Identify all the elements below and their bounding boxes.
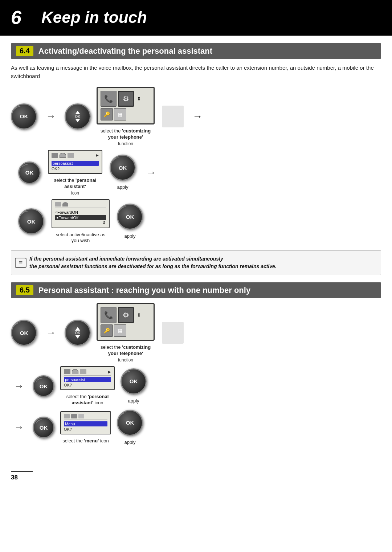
menu-icon-extra1: 🔑	[101, 108, 113, 120]
nav-button-65-1[interactable]: OK	[65, 320, 91, 346]
ok-button-3[interactable]: OK	[18, 208, 44, 234]
arrow-1: →	[46, 111, 56, 122]
persoassist-screen-65: ▶ persoassist OK?	[60, 366, 115, 390]
step-64-1-sub: function	[118, 141, 133, 146]
ok-label-apply-2: OK	[126, 214, 134, 220]
step-64-2-caption: select the 'personal assistant'	[48, 177, 102, 190]
menu-icon-65-extra2: ▦	[114, 324, 126, 337]
nav-center-label: OK	[75, 114, 81, 118]
menu-screen-1: 📞 ⚙ ⇕ 🔑 ▦	[97, 87, 155, 124]
step-64-1: OK → OK 📞 ⚙ ⇕ 🔑	[11, 87, 381, 146]
step-65-2: → OK ▶ persoassist OK? select the 'perso…	[11, 366, 381, 406]
menu-icon-a	[64, 414, 70, 418]
section-65-title: Personal assistant : reaching you with o…	[38, 286, 250, 295]
chapter-title: Keep in touch	[41, 8, 147, 26]
forward-screen: ForwardON ForwardOff ⇕	[52, 199, 110, 228]
screen-icon-person	[60, 153, 66, 158]
arrow-65-2: →	[14, 380, 24, 392]
ok-button-65-2[interactable]: OK	[33, 375, 54, 397]
screen-topbar-menu-65	[64, 414, 107, 420]
ok-label-65-apply-2: OK	[130, 378, 138, 384]
page-number: 38	[11, 471, 33, 481]
fwd-icon1	[55, 202, 61, 207]
step-65-2-caption: select the 'personal assistant' icon	[60, 394, 115, 406]
screen-65-icon-envelope	[64, 369, 70, 374]
screen-ok-label: OK?	[52, 167, 99, 171]
note-box: If the personal assistant and immediate …	[11, 250, 381, 275]
step-65-1-caption: select the 'customizing your telephone'	[98, 344, 153, 357]
fwd-icon2	[62, 202, 68, 207]
screen-topbar: ▶	[52, 153, 99, 159]
blurred-icon-65-1	[162, 322, 184, 344]
ok-label-65-2: OK	[40, 383, 48, 389]
step-64-2-apply: apply	[117, 184, 128, 191]
arrow-2: →	[192, 111, 203, 122]
nav-center-65-1: OK	[75, 331, 81, 335]
blurred-icon-1	[162, 106, 184, 127]
ok-label: OK	[20, 113, 28, 119]
persoassist-screen: ▶ persoassist OK?	[48, 150, 102, 174]
ok-button-1[interactable]: OK	[11, 103, 37, 130]
ok-label-2: OK	[25, 169, 34, 176]
arrow-3: →	[146, 167, 156, 179]
menu-icon-c	[78, 414, 84, 418]
menu-icon-65-customize: ⚙	[118, 307, 134, 323]
section-65-header: 6.5 Personal assistant : reaching you wi…	[11, 282, 381, 298]
menu-icon-extra2: ▦	[114, 108, 126, 120]
content-area: 6.4 Activating/deactivating the personal…	[0, 36, 392, 460]
ok-label-65-3: OK	[40, 425, 48, 431]
screen-forward-off: ForwardOff	[55, 215, 106, 220]
step-64-3: OK ForwardON ForwardOff ⇕ select active/…	[18, 199, 381, 244]
screen-forward-on: ForwardON	[55, 209, 106, 215]
step-64-3-caption: select active/inactive as you wish	[53, 232, 108, 244]
forward-topbar	[55, 202, 106, 208]
screen-icon-envelope	[52, 153, 58, 158]
note-icon	[15, 258, 26, 268]
screen-topbar-65: ▶	[64, 369, 111, 376]
chapter-number: 6	[11, 7, 33, 28]
section-64-title: Activating/deactivating the personal ass…	[38, 46, 212, 56]
screen-row-menu: Menu	[64, 421, 107, 426]
screen-row-persoassist-65: persoassist	[64, 377, 111, 382]
ok-label-3: OK	[27, 218, 36, 225]
ok-button-65-3[interactable]: OK	[33, 417, 54, 438]
section-64-number: 6.4	[16, 46, 33, 56]
arrow-65-3: →	[14, 422, 24, 433]
screen-menu-ok: OK?	[64, 427, 107, 432]
footer: 38	[0, 467, 392, 487]
arrow-65-1: →	[46, 327, 56, 339]
nav-button-1[interactable]: OK	[65, 103, 91, 130]
ok-button-apply-1[interactable]: OK	[110, 155, 136, 181]
step-65-1-sub: function	[118, 357, 133, 363]
screen-65-icon-person	[72, 369, 78, 374]
step-65-3-caption: select the 'menu' icon	[62, 438, 109, 444]
screen-icon-hand	[68, 153, 74, 158]
screen-ok-65: OK?	[64, 383, 111, 387]
ok-label-65-1: OK	[20, 330, 28, 336]
section-64-intro: As well as leaving a message in the voic…	[11, 64, 381, 80]
section-65-number: 6.5	[16, 285, 33, 295]
ok-button-2[interactable]: OK	[18, 161, 41, 184]
ok-button-65-apply-3[interactable]: OK	[117, 410, 143, 436]
step-65-3: → OK Menu OK? select the 'menu' icon	[11, 410, 381, 446]
step-65-2-apply: apply	[128, 398, 139, 404]
ok-button-65-1[interactable]: OK	[11, 320, 37, 346]
step-64-1-caption: select the 'customizing your telephone'	[98, 128, 153, 140]
ok-label-65-apply-3: OK	[126, 420, 134, 426]
screen-row-persoassist: persoassist	[52, 161, 99, 166]
menu-icon-customize: ⚙	[118, 91, 134, 107]
screen-65-icon-hand	[80, 369, 86, 374]
menu-icon-b	[71, 414, 77, 418]
topbar-arrow-65: ▶	[108, 370, 111, 374]
ok-label-apply-1: OK	[119, 165, 127, 171]
section-64-header: 6.4 Activating/deactivating the personal…	[11, 43, 381, 59]
step-64-2-sub: icon	[71, 191, 79, 196]
step-65-3-apply: apply	[124, 439, 135, 446]
ok-button-apply-2[interactable]: OK	[117, 204, 143, 230]
menu-screen-65-3: Menu OK?	[60, 411, 111, 434]
menu-icon-phone: 📞	[101, 91, 117, 107]
ok-button-65-apply-2[interactable]: OK	[121, 368, 147, 394]
page-header: 6 Keep in touch	[0, 0, 392, 36]
menu-icon-65-phone: 📞	[101, 307, 117, 323]
menu-icon-65-extra1: 🔑	[101, 324, 113, 337]
